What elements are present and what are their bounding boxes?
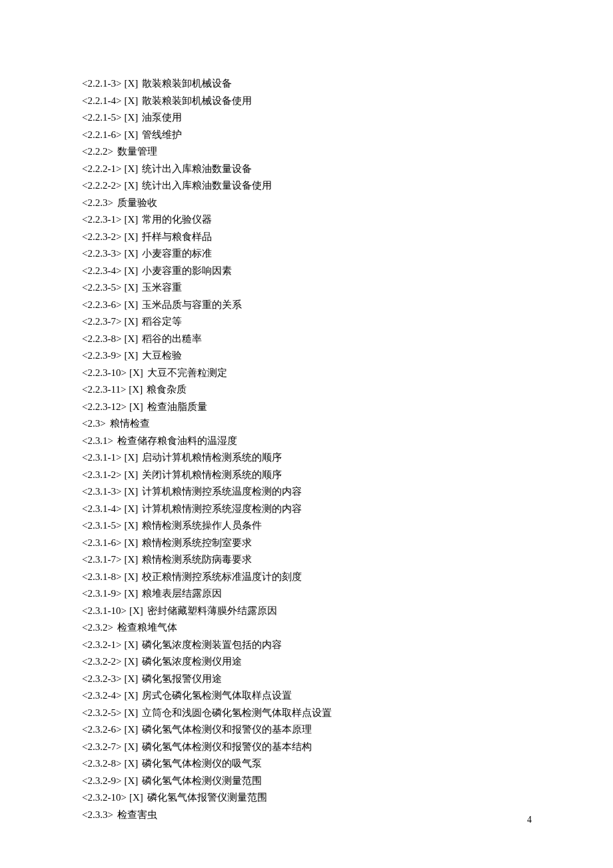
toc-entry: <2.3.1-10>[X]密封储藏塑料薄膜外结露原因 bbox=[82, 603, 531, 620]
toc-entries: <2.2.1-3>[X]散装粮装卸机械设备<2.2.1-4>[X]散装粮装卸机械… bbox=[82, 75, 531, 823]
toc-entry: <2.2.1-4>[X]散装粮装卸机械设备使用 bbox=[82, 93, 531, 110]
entry-title: 散装粮装卸机械设备使用 bbox=[142, 95, 252, 106]
entry-mark: [X] bbox=[124, 214, 138, 225]
entry-title: 磷化氢浓度检测装置包括的内容 bbox=[142, 639, 282, 650]
entry-mark: [X] bbox=[124, 452, 138, 463]
entry-mark: [X] bbox=[124, 78, 138, 89]
entry-ref: <2.2.3> bbox=[82, 197, 113, 208]
entry-mark: [X] bbox=[124, 571, 138, 582]
entry-ref: <2.2.3-8> bbox=[82, 333, 121, 344]
entry-mark: [X] bbox=[124, 350, 138, 361]
toc-entry: <2.2.3-5>[X]玉米容重 bbox=[82, 279, 531, 297]
entry-mark: [X] bbox=[124, 265, 138, 276]
toc-entry: <2.3.1-5>[X]粮情检测系统操作人员条件 bbox=[82, 517, 531, 535]
entry-mark: [X] bbox=[124, 537, 138, 548]
entry-title: 粮情检测系统控制室要求 bbox=[142, 537, 252, 548]
entry-title: 检查油脂质量 bbox=[147, 401, 207, 412]
entry-mark: [X] bbox=[124, 588, 138, 599]
entry-ref: <2.2.3-11> bbox=[82, 384, 126, 395]
entry-title: 大豆检验 bbox=[142, 350, 182, 361]
entry-ref: <2.2.3-1> bbox=[82, 214, 121, 225]
toc-entry: <2.2.3-7>[X]稻谷定等 bbox=[82, 313, 531, 331]
entry-title: 稻谷定等 bbox=[142, 316, 182, 327]
toc-entry: <2.3.2-2>[X]磷化氢浓度检测仪用途 bbox=[82, 653, 531, 671]
entry-ref: <2.2.2-2> bbox=[82, 180, 121, 191]
entry-title: 油泵使用 bbox=[142, 112, 182, 123]
entry-ref: <2.3.2-3> bbox=[82, 673, 121, 684]
entry-title: 磷化氢气体检测仪测量范围 bbox=[142, 775, 262, 786]
entry-mark: [X] bbox=[124, 673, 138, 684]
entry-mark: [X] bbox=[124, 486, 138, 497]
entry-title: 磷化氢报警仪用途 bbox=[142, 673, 222, 684]
toc-entry: <2.3.1-8>[X]校正粮情测控系统标准温度计的刻度 bbox=[82, 569, 531, 586]
entry-ref: <2.3> bbox=[82, 418, 106, 429]
entry-mark: [X] bbox=[124, 758, 138, 769]
entry-title: 磷化氢气体检测仪的吸气泵 bbox=[142, 758, 262, 769]
entry-title: 磷化氢浓度检测仪用途 bbox=[142, 656, 242, 667]
toc-entry: <2.3.2-5>[X]立筒仓和浅圆仓磷化氢检测气体取样点设置 bbox=[82, 705, 531, 722]
toc-entry: <2.3.1>检查储存粮食油料的温湿度 bbox=[82, 433, 531, 450]
toc-entry: <2.3.1-9>[X]粮堆表层结露原因 bbox=[82, 585, 531, 603]
entry-ref: <2.3.2-5> bbox=[82, 707, 121, 718]
entry-title: 检查害虫 bbox=[117, 809, 157, 820]
toc-entry: <2.2.3-1>[X]常用的化验仪器 bbox=[82, 211, 531, 229]
entry-mark: [X] bbox=[124, 554, 138, 565]
toc-entry: <2.2.1-3>[X]散装粮装卸机械设备 bbox=[82, 75, 531, 93]
entry-mark: [X] bbox=[124, 282, 138, 293]
entry-ref: <2.2.3-4> bbox=[82, 265, 121, 276]
toc-entry: <2.3.2-9>[X]磷化氢气体检测仪测量范围 bbox=[82, 773, 531, 790]
entry-mark: [X] bbox=[129, 384, 143, 395]
toc-entry: <2.2.3-9>[X]大豆检验 bbox=[82, 347, 531, 365]
page-number: 4 bbox=[527, 812, 532, 828]
document-page: <2.2.1-3>[X]散装粮装卸机械设备<2.2.1-4>[X]散装粮装卸机械… bbox=[0, 0, 613, 868]
entry-ref: <2.3.1-2> bbox=[82, 469, 121, 480]
entry-title: 数量管理 bbox=[117, 146, 157, 157]
toc-entry: <2.2.3-3>[X]小麦容重的标准 bbox=[82, 245, 531, 263]
entry-title: 计算机粮情测控系统湿度检测的内容 bbox=[142, 503, 302, 514]
entry-mark: [X] bbox=[129, 367, 143, 378]
entry-title: 关闭计算机粮情检测系统的顺序 bbox=[142, 469, 282, 480]
entry-mark: [X] bbox=[124, 741, 138, 752]
entry-ref: <2.3.1> bbox=[82, 435, 113, 446]
entry-ref: <2.2.3-9> bbox=[82, 350, 121, 361]
toc-entry: <2.2.2-1>[X]统计出入库粮油数量设备 bbox=[82, 161, 531, 178]
toc-entry: <2.3.2-8>[X]磷化氢气体检测仪的吸气泵 bbox=[82, 755, 531, 773]
entry-ref: <2.3.2-8> bbox=[82, 758, 121, 769]
entry-mark: [X] bbox=[124, 707, 138, 718]
entry-title: 粮情检测系统操作人员条件 bbox=[142, 520, 262, 531]
entry-title: 小麦容重的影响因素 bbox=[142, 265, 232, 276]
entry-title: 稻谷的出糙率 bbox=[142, 333, 202, 344]
entry-title: 散装粮装卸机械设备 bbox=[142, 78, 232, 89]
entry-mark: [X] bbox=[129, 401, 143, 412]
entry-mark: [X] bbox=[124, 333, 138, 344]
entry-ref: <2.3.2-4> bbox=[82, 690, 121, 701]
entry-ref: <2.3.3> bbox=[82, 809, 113, 820]
entry-ref: <2.3.1-7> bbox=[82, 554, 121, 565]
toc-entry: <2.3.2-3>[X]磷化氢报警仪用途 bbox=[82, 671, 531, 688]
toc-entry: <2.2.1-6>[X]管线维护 bbox=[82, 127, 531, 144]
entry-title: 检查粮堆气体 bbox=[117, 622, 177, 633]
entry-title: 磷化氢气体检测仪和报警仪的基本结构 bbox=[142, 741, 312, 752]
toc-entry: <2.3.2>检查粮堆气体 bbox=[82, 619, 531, 637]
entry-ref: <2.2.3-10> bbox=[82, 367, 127, 378]
entry-ref: <2.3.1-5> bbox=[82, 520, 121, 531]
entry-title: 玉米容重 bbox=[142, 282, 182, 293]
entry-ref: <2.3.2-10> bbox=[82, 792, 127, 803]
toc-entry: <2.2.3>质量验收 bbox=[82, 195, 531, 212]
toc-entry: <2.3.2-7>[X]磷化氢气体检测仪和报警仪的基本结构 bbox=[82, 739, 531, 756]
entry-title: 检查储存粮食油料的温湿度 bbox=[117, 435, 237, 446]
entry-title: 立筒仓和浅圆仓磷化氢检测气体取样点设置 bbox=[142, 707, 332, 718]
entry-mark: [X] bbox=[124, 299, 138, 310]
toc-entry: <2.3.1-6>[X]粮情检测系统控制室要求 bbox=[82, 535, 531, 552]
toc-entry: <2.3.2-1>[X]磷化氢浓度检测装置包括的内容 bbox=[82, 637, 531, 654]
entry-title: 粮情检测系统防病毒要求 bbox=[142, 554, 252, 565]
entry-ref: <2.3.1-10> bbox=[82, 605, 127, 616]
entry-mark: [X] bbox=[124, 520, 138, 531]
toc-entry: <2.2.3-10>[X]大豆不完善粒测定 bbox=[82, 365, 531, 382]
entry-ref: <2.2.3-3> bbox=[82, 248, 121, 259]
entry-title: 粮情检查 bbox=[110, 418, 150, 429]
entry-mark: [X] bbox=[129, 792, 143, 803]
toc-entry: <2.3.2-6>[X]磷化氢气体检测仪和报警仪的基本原理 bbox=[82, 721, 531, 739]
entry-mark: [X] bbox=[124, 656, 138, 667]
entry-mark: [X] bbox=[124, 180, 138, 191]
